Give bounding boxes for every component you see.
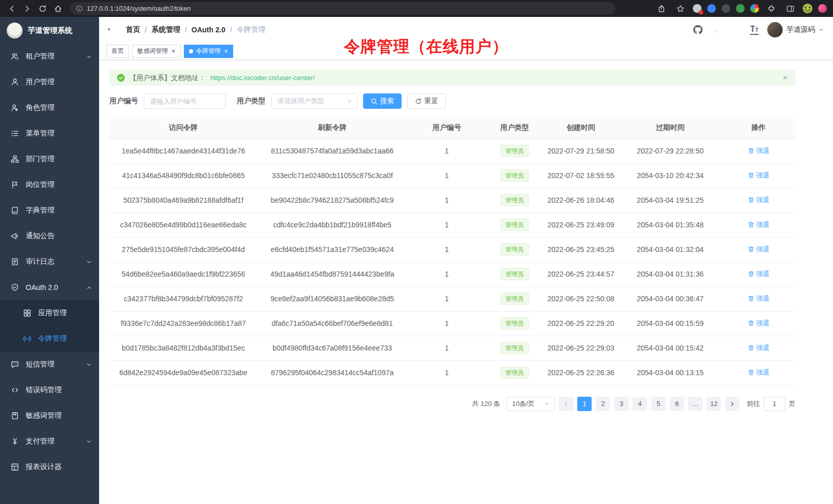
- sidebar-item-report[interactable]: 报表设计器: [0, 454, 99, 480]
- user-type-select[interactable]: 请选择用户类型: [271, 93, 357, 109]
- page-button-4[interactable]: 4: [633, 397, 647, 411]
- breadcrumb: 首页/系统管理/OAuth 2.0/令牌管理: [126, 25, 266, 34]
- emoji-avatar-icon[interactable]: [803, 4, 812, 13]
- force-logout-button[interactable]: 强退: [748, 245, 770, 254]
- sidebar-item-role[interactable]: 角色管理: [0, 95, 99, 121]
- sidebar-fold-icon[interactable]: [106, 24, 118, 35]
- bookmark-star-icon[interactable]: [674, 2, 687, 15]
- next-page-button[interactable]: [725, 397, 740, 411]
- chevron-down-icon: [86, 362, 92, 367]
- side-panel-icon[interactable]: [784, 2, 797, 15]
- alert-close-icon[interactable]: ×: [783, 73, 788, 82]
- reload-icon[interactable]: [36, 2, 49, 15]
- breadcrumb-item[interactable]: 系统管理: [152, 25, 180, 34]
- breadcrumb-item[interactable]: 首页: [126, 25, 140, 34]
- sidebar-item-audit[interactable]: 审计日志: [0, 249, 99, 275]
- cell-create-time: 2022-06-25 23:49:09: [543, 212, 619, 237]
- sidebar-item-label: 通知公告: [26, 231, 54, 241]
- reset-button[interactable]: 重置: [407, 93, 446, 109]
- sidebar-item-app[interactable]: 应用管理: [0, 300, 99, 326]
- tab-label: 敏感词管理: [137, 47, 168, 55]
- fullscreen-icon[interactable]: [731, 25, 741, 35]
- view-tab[interactable]: 令牌管理×: [184, 45, 234, 58]
- sidebar-item-notice[interactable]: 通知公告: [0, 223, 99, 249]
- user-avatar: [767, 22, 783, 37]
- sidebar-item-pay[interactable]: 支付管理: [0, 429, 99, 454]
- page-button-1[interactable]: 1: [577, 397, 592, 411]
- extension-icon-1[interactable]: [693, 4, 702, 13]
- force-logout-button[interactable]: 强退: [748, 146, 770, 156]
- home-icon[interactable]: [51, 2, 65, 15]
- table-row: c347026e805e4d99b0d116eae66eda8ccdfc4ce9…: [109, 212, 796, 237]
- user-id-input[interactable]: [144, 93, 226, 109]
- github-icon[interactable]: [693, 25, 703, 35]
- breadcrumb-item[interactable]: OAuth 2.0: [192, 26, 225, 34]
- view-tab[interactable]: 敏感词管理×: [132, 45, 181, 58]
- cell-refresh-token: 811c530487574fa0af1a59d3abc1aa66: [257, 139, 407, 163]
- page-button-12[interactable]: 12: [707, 397, 721, 411]
- sidebar-item-user[interactable]: 用户管理: [0, 69, 99, 95]
- search-icon[interactable]: [674, 25, 684, 35]
- sidebar-item-token[interactable]: 令牌管理: [0, 326, 99, 352]
- extensions-puzzle-icon[interactable]: [765, 2, 778, 15]
- force-logout-button[interactable]: 强退: [748, 269, 770, 279]
- user-name: 芋道源码: [786, 25, 815, 34]
- page-size-select[interactable]: 10条/页: [506, 397, 555, 411]
- refresh-icon: [415, 98, 422, 105]
- sidebar-item-sensitive[interactable]: 敏感词管理: [0, 403, 99, 429]
- delete-icon: [748, 246, 754, 253]
- cell-user-type: 管理员: [486, 336, 543, 360]
- sidebar-item-oauth[interactable]: OAuth 2.0: [0, 275, 99, 300]
- font-size-icon[interactable]: TT: [750, 25, 759, 35]
- force-logout-button[interactable]: 强退: [748, 294, 770, 303]
- prev-page-button[interactable]: [559, 397, 573, 411]
- page-ellipsis[interactable]: ...: [688, 397, 703, 411]
- user-menu[interactable]: 芋道源码: [767, 22, 824, 37]
- back-icon[interactable]: [5, 2, 18, 15]
- force-logout-button[interactable]: 强退: [748, 171, 770, 180]
- user-type-badge: 管理员: [500, 194, 529, 206]
- sidebar-item-errcode[interactable]: 错误码管理: [0, 377, 99, 403]
- goto-page-input[interactable]: [764, 397, 785, 411]
- profile-avatar-icon[interactable]: [818, 4, 827, 13]
- cell-expire-time: 2054-03-04 00:15:42: [619, 336, 722, 360]
- column-header: 用户类型: [486, 118, 543, 139]
- page-button-5[interactable]: 5: [651, 397, 666, 411]
- force-logout-button[interactable]: 强退: [748, 319, 770, 328]
- sidebar-item-post[interactable]: 岗位管理: [0, 172, 99, 198]
- tab-close-icon[interactable]: ×: [172, 48, 176, 54]
- cell-expire-time: 2054-03-04 19:51:25: [619, 188, 722, 212]
- url-bar[interactable]: 127.0.0.1:1024/system/oauth2/token: [70, 2, 615, 15]
- delete-icon: [748, 172, 754, 179]
- page-content: 【用户体系】文档地址： https://doc.iocoder.cn/user-…: [99, 60, 833, 504]
- forward-icon[interactable]: [21, 2, 34, 15]
- sidebar-item-tenant[interactable]: 租户管理: [0, 44, 99, 69]
- extension-icon-3[interactable]: [722, 4, 730, 13]
- search-button[interactable]: 搜索: [363, 93, 402, 109]
- force-logout-button[interactable]: 强退: [748, 196, 770, 205]
- cell-access-token: b0d1785bc3a8482f812db4a3f3bd15ec: [109, 336, 257, 360]
- view-tab[interactable]: 首页: [106, 45, 129, 58]
- sidebar-item-sms[interactable]: 短信管理: [0, 352, 99, 377]
- force-logout-button[interactable]: 强退: [748, 220, 770, 229]
- share-icon[interactable]: [655, 2, 668, 15]
- search-icon: [371, 98, 377, 105]
- page-button-2[interactable]: 2: [596, 397, 610, 411]
- force-logout-button[interactable]: 强退: [748, 368, 770, 377]
- page-button-6[interactable]: 6: [670, 397, 684, 411]
- extension-icon-2[interactable]: [707, 4, 716, 13]
- doc-link[interactable]: https://doc.iocoder.cn/user-center/: [211, 74, 315, 82]
- tab-close-icon[interactable]: ×: [224, 48, 229, 54]
- sidebar-item-dict[interactable]: 字典管理: [0, 198, 99, 223]
- extension-icon-5[interactable]: [750, 4, 759, 13]
- user-type-badge: 管理员: [500, 219, 529, 231]
- app-title: 芋道管理系统: [28, 26, 72, 35]
- help-icon[interactable]: [712, 25, 722, 35]
- sidebar-item-menu[interactable]: 菜单管理: [0, 121, 99, 146]
- extension-icon-4[interactable]: [736, 4, 745, 13]
- sidebar-menu: 租户管理用户管理角色管理菜单管理部门管理岗位管理字典管理通知公告审计日志OAut…: [0, 44, 99, 504]
- sidebar-item-dept[interactable]: 部门管理: [0, 146, 99, 172]
- page-button-3[interactable]: 3: [614, 397, 629, 411]
- force-logout-button[interactable]: 强退: [748, 343, 770, 353]
- app-logo[interactable]: 芋道管理系统: [0, 17, 99, 44]
